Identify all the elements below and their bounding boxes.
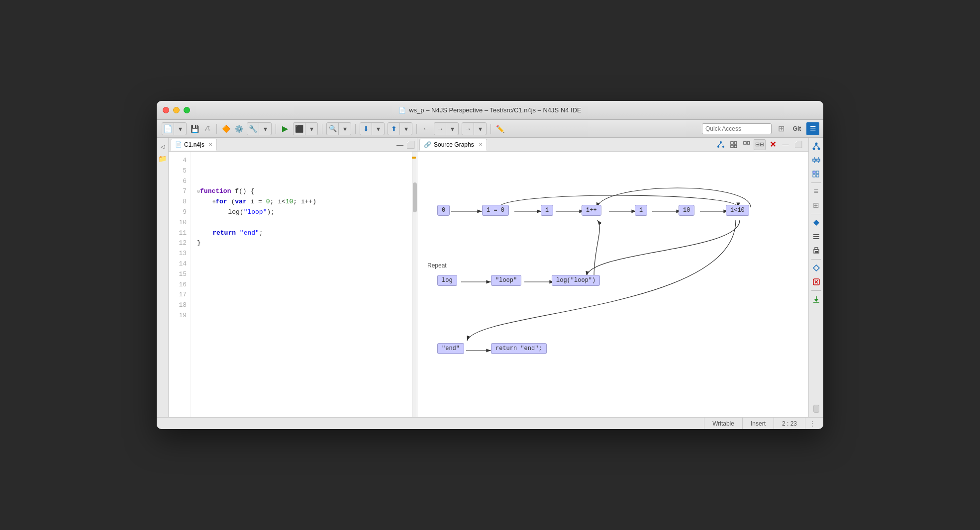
scrollbar-thumb[interactable]	[413, 182, 417, 212]
node-log-loop[interactable]: log("loop")	[552, 275, 600, 286]
rs-btn-4[interactable]: ≡	[810, 185, 823, 198]
build-button[interactable]: 🔧	[247, 123, 259, 135]
collapse-strip-button[interactable]: ◁	[158, 142, 168, 152]
perspective-button[interactable]: ⊞	[775, 122, 787, 135]
rs-btn-5[interactable]: ⊞	[810, 199, 823, 212]
nav-down-button[interactable]: ⬇	[360, 123, 372, 135]
node-i-pp[interactable]: i++	[582, 205, 601, 216]
node-i-lt-10[interactable]: i<10	[726, 205, 749, 216]
rs-btn-3[interactable]	[810, 168, 823, 180]
graph-layout-btn[interactable]	[728, 139, 740, 150]
node-0[interactable]: 0	[437, 205, 450, 216]
project-icon-btn[interactable]: 🔶	[220, 123, 232, 135]
save-button[interactable]: 💾	[189, 123, 200, 135]
history-dropdown[interactable]: ▾	[474, 123, 486, 135]
svg-rect-8	[734, 145, 737, 148]
svg-rect-34	[813, 175, 815, 177]
editor-scrollbar[interactable]	[412, 152, 417, 417]
new-dropdown[interactable]: ▾	[174, 123, 186, 135]
maximize-button[interactable]	[184, 107, 190, 113]
node-end-str[interactable]: "end"	[437, 343, 464, 354]
svg-rect-37	[813, 234, 819, 235]
layout2-icon	[812, 156, 821, 165]
tab-label: C1.n4js	[184, 141, 204, 148]
graph-hierarchy-btn[interactable]	[715, 139, 727, 150]
separator-4	[355, 124, 356, 134]
node-loop-str[interactable]: "loop"	[491, 275, 521, 286]
tab-file-icon: 📄	[175, 141, 182, 148]
node-i-eq-0[interactable]: i = 0	[482, 205, 509, 216]
file-icon: 📄	[398, 107, 406, 114]
rs-btn-2[interactable]	[810, 154, 823, 167]
svg-marker-43	[813, 265, 819, 271]
annotation-button[interactable]: ✏️	[494, 123, 506, 135]
editor-body: 4 5 6 7 8 9 10 11 12 13 14 15 16 17 18 1…	[169, 152, 417, 417]
traffic-lights	[163, 107, 190, 113]
git-button[interactable]: Git	[790, 122, 803, 135]
forward-dropdown[interactable]: ▾	[446, 123, 458, 135]
graph-arrows-svg	[417, 152, 808, 417]
graph-close-btn[interactable]: ✕	[767, 139, 779, 150]
run-button[interactable]: ▶	[279, 123, 291, 135]
node-log[interactable]: log	[437, 275, 457, 286]
debug-button[interactable]: 🔍	[327, 123, 339, 135]
graph-min-btn[interactable]: —	[780, 139, 791, 150]
rs-scrollbar-thumb[interactable]	[810, 402, 823, 415]
rs-btn-11[interactable]	[810, 293, 823, 306]
build-dropdown[interactable]: ▾	[259, 123, 271, 135]
node-10[interactable]: 10	[679, 205, 694, 216]
graph-export-btn[interactable]	[741, 139, 753, 150]
graph-columns-btn[interactable]: ⊟⊟	[754, 139, 766, 150]
graph-panel: 🔗 Source Graphs ✕	[417, 138, 808, 417]
minimize-button[interactable]	[173, 107, 180, 113]
quick-access-area: ⊞ Git ☰	[702, 122, 819, 135]
svg-rect-41	[815, 248, 818, 250]
main-area: ◁ 📁 📄 C1.n4js ✕ — ⬜ 4 5 6 7 8	[157, 138, 823, 417]
rs-btn-9[interactable]	[810, 262, 823, 274]
rs-btn-10[interactable]	[810, 275, 823, 288]
rs-btn-6[interactable]	[810, 216, 823, 229]
menu-button[interactable]: ☰	[806, 122, 819, 135]
hierarchy-icon	[717, 141, 725, 149]
graph-tab-source[interactable]: 🔗 Source Graphs ✕	[419, 139, 487, 151]
nav-up-button[interactable]: ⬆	[388, 123, 400, 135]
editor-tab-c1n4js[interactable]: 📄 C1.n4js ✕	[171, 139, 217, 151]
run-config-dropdown[interactable]: ▾	[305, 123, 317, 135]
status-more[interactable]: ⋮	[805, 420, 819, 427]
print-button[interactable]: 🖨	[201, 123, 213, 135]
graph-max-btn[interactable]: ⬜	[792, 139, 804, 150]
new-button[interactable]: 📄	[162, 123, 174, 135]
quick-access-input[interactable]	[702, 123, 772, 134]
status-position: 2 : 23	[774, 418, 805, 429]
separator-5	[416, 124, 417, 134]
code-area[interactable]: ⊖function f() { ⊖for (var i = 0; i<10; i…	[191, 152, 412, 417]
tab-close-button[interactable]: ✕	[208, 142, 212, 147]
code-line-11: return "end";	[197, 228, 406, 239]
graph-tab-close[interactable]: ✕	[479, 142, 483, 147]
tab-minimize-btn[interactable]: —	[396, 141, 403, 149]
svg-rect-6	[734, 142, 737, 144]
node-i-1[interactable]: i	[541, 205, 553, 216]
svg-rect-10	[747, 142, 750, 144]
code-line-12: }	[197, 238, 406, 249]
back-button[interactable]: ←	[420, 123, 432, 135]
settings-btn[interactable]: ⚙️	[233, 123, 245, 135]
forward-button[interactable]: →	[434, 123, 446, 135]
debug-dropdown[interactable]: ▾	[339, 123, 351, 135]
graph-canvas[interactable]: 0 i = 0 i i++ i 10 i<10 Repeat log "loop…	[417, 152, 808, 417]
nav-down-dropdown[interactable]: ▾	[372, 123, 384, 135]
rs-btn-7[interactable]	[810, 230, 823, 243]
code-line-14	[197, 259, 406, 269]
rs-btn-1[interactable]	[810, 140, 823, 153]
close-button[interactable]	[163, 107, 169, 113]
line-numbers: 4 5 6 7 8 9 10 11 12 13 14 15 16 17 18 1…	[169, 152, 191, 417]
node-i-2[interactable]: i	[635, 205, 647, 216]
folder-icon-btn[interactable]: 📁	[158, 154, 168, 164]
node-return-end[interactable]: return "end";	[491, 343, 547, 354]
tab-maximize-btn[interactable]: ⬜	[406, 141, 415, 149]
svg-rect-27	[817, 159, 820, 161]
nav-up-dropdown[interactable]: ▾	[400, 123, 412, 135]
rs-btn-8[interactable]	[810, 244, 823, 257]
history-button[interactable]: →	[462, 123, 474, 135]
run-config-button[interactable]: ⬛	[294, 123, 305, 135]
